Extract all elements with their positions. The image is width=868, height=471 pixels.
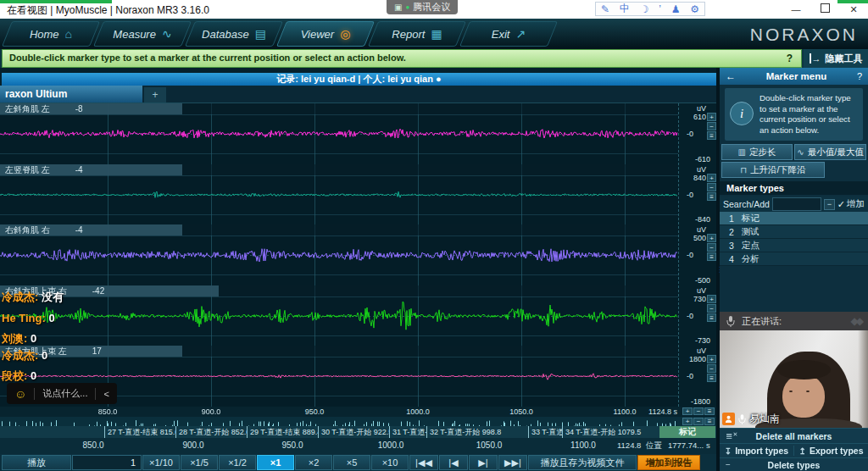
speed-button[interactable]: ×1/2 — [219, 455, 256, 470]
tab-measure[interactable]: Measure∿ — [98, 21, 186, 47]
tab-exit[interactable]: Exit↗ — [465, 21, 553, 47]
back-icon[interactable]: ← — [726, 70, 736, 82]
ime-pen-icon[interactable]: ✎ — [601, 3, 609, 15]
zoom-out-button[interactable]: − — [707, 122, 716, 130]
delete-all-markers-button[interactable]: ≣✕ Delete all markers — [720, 428, 868, 443]
participant-name: 易灿南 — [749, 412, 780, 426]
hide-tools-button[interactable]: → 隐藏工具 — [804, 49, 868, 68]
minimize-button[interactable]: — — [782, 0, 810, 19]
webcam-video[interactable]: 易灿南 — [720, 330, 868, 428]
speed-button-active[interactable]: ×1 — [257, 455, 294, 470]
marker-label[interactable]: 34 T-直道-开始 1079.5 — [562, 426, 657, 438]
edges-button[interactable]: ⊓ 上升沿/下降沿 — [721, 162, 825, 178]
marker-tick-strip[interactable]: +−≡ — [0, 417, 716, 426]
marker-label[interactable]: 30 T-直道-开始 922.5 — [318, 426, 389, 438]
marker-type-item[interactable]: 3定点 — [720, 239, 868, 252]
ime-language-icon[interactable]: 中 — [620, 2, 630, 16]
time-zoom-buttons: +−≡ — [682, 407, 715, 415]
min-max-icon: ∿ — [797, 147, 804, 157]
step-back-button[interactable]: |◀ — [439, 455, 468, 470]
tencent-meeting-pill[interactable]: ▣ ● 腾讯会议 — [387, 0, 458, 14]
delete-types-button[interactable]: − Delete types — [720, 457, 868, 471]
zoom-out-button[interactable]: − — [707, 304, 716, 313]
scale-column: uV610-0-610 +−≡ uV840-0-840 +−≡ uV500-0-… — [678, 103, 716, 407]
scale-menu-button[interactable]: ≡ — [707, 192, 716, 201]
marker-label[interactable]: 27 T-直道-结束 815.6 — [104, 426, 175, 438]
zoom-out-button[interactable]: − — [693, 407, 704, 415]
ime-moon-icon[interactable]: ☽ — [640, 3, 649, 15]
speed-button[interactable]: ×1/10 — [142, 455, 180, 470]
channel-header[interactable]: 右斜角肌 右-4 — [0, 224, 182, 236]
zoom-in-button[interactable]: + — [707, 234, 716, 242]
ime-punctuation-icon[interactable]: ’ — [659, 3, 661, 15]
zoom-out-button[interactable]: − — [693, 418, 704, 425]
step-forward-button[interactable]: ▶| — [469, 455, 498, 470]
emg-waveforms-canvas[interactable] — [0, 103, 678, 407]
play-count-input[interactable]: 1 — [72, 455, 142, 470]
add-to-report-button[interactable]: 增加到报告 — [637, 455, 700, 470]
zoom-in-button[interactable]: + — [707, 355, 716, 363]
marker-menu-title: Marker menu — [736, 71, 857, 81]
strip-menu-button[interactable]: ≡ — [704, 418, 715, 425]
zoom-in-button[interactable]: + — [682, 418, 693, 425]
scale-menu-button[interactable]: ≡ — [707, 313, 716, 322]
speed-button[interactable]: ×1/5 — [181, 455, 218, 470]
zoom-out-button[interactable]: − — [707, 183, 716, 191]
save-video-button[interactable]: 播放且存为视频文件 — [528, 455, 637, 470]
zoom-in-button[interactable]: + — [682, 407, 693, 415]
tab-report[interactable]: Report▦ — [373, 21, 461, 47]
skip-start-button[interactable]: |◀◀ — [409, 455, 438, 470]
help-icon[interactable]: ? — [857, 71, 862, 81]
marker-type-list: 1标记 2测试 3定点 4分析 — [720, 212, 868, 266]
scale-menu-button[interactable]: ≡ — [707, 131, 716, 140]
meeting-chat-input-bar[interactable]: ☺ 说点什么... < — [7, 383, 117, 404]
play-button[interactable]: 播放 — [2, 455, 71, 470]
marker-type-item[interactable]: 4分析 — [720, 252, 868, 266]
fixed-step-button[interactable]: ▥ 定步长 — [721, 144, 793, 160]
zoom-out-button[interactable]: − — [707, 243, 716, 252]
channel-header[interactable]: 左竖脊肌 左-4 — [0, 164, 182, 175]
marker-label[interactable]: 29 T-直道-结束 889.4 — [247, 426, 318, 438]
export-types-button[interactable]: ↥Export types — [793, 446, 868, 456]
add-type-button[interactable]: ✓增加 — [837, 198, 865, 210]
speed-button[interactable]: ×10 — [371, 455, 409, 470]
marker-label[interactable]: 31 T-直道-... — [389, 426, 426, 438]
import-types-button[interactable]: ↧Import types — [720, 446, 793, 456]
add-device-tab-button[interactable]: + — [144, 87, 166, 103]
zoom-out-button[interactable]: − — [707, 364, 716, 373]
marker-type-tag-button[interactable]: 标记 — [659, 426, 715, 438]
channel-header[interactable]: 左斜角肌 左-8 — [0, 103, 182, 114]
axis-menu-button[interactable]: ≡ — [704, 407, 715, 415]
marker-type-item[interactable]: 2测试 — [720, 225, 868, 239]
min-max-button[interactable]: ∿ 最小值/最大值 — [794, 144, 866, 160]
search-add-input[interactable] — [772, 197, 821, 211]
maximize-button[interactable] — [810, 0, 839, 19]
skip-end-button[interactable]: ▶▶| — [498, 455, 527, 470]
marker-label[interactable]: 28 T-直道-开始 852.6 — [175, 426, 247, 438]
help-icon[interactable]: ? — [787, 51, 793, 67]
scale-menu-button[interactable]: ≡ — [707, 374, 716, 382]
remove-type-button[interactable]: − — [824, 199, 835, 210]
overview-axis[interactable]: 850.0 900.0 950.0 1000.0 1050.0 1100.0 1… — [0, 438, 716, 454]
device-tab-noraxon-ultium[interactable]: raxon Ultium — [0, 86, 142, 103]
speed-button[interactable]: ×2 — [295, 455, 332, 470]
tab-viewer[interactable]: Viewer◎ — [281, 21, 370, 47]
marker-info-box: i Double-click marker type to set a mark… — [725, 88, 863, 141]
tab-database[interactable]: Database▤ — [190, 21, 278, 47]
speed-button[interactable]: ×5 — [333, 455, 370, 470]
close-button[interactable]: ✕ — [839, 0, 868, 19]
marker-type-item[interactable]: 1标记 — [720, 212, 868, 225]
chat-collapse-button[interactable]: < — [103, 389, 108, 399]
chat-input-placeholder[interactable]: 说点什么... — [42, 387, 87, 400]
zoom-in-button[interactable]: + — [707, 174, 716, 182]
marker-label[interactable]: 32 T-直道-开始 998.8 — [426, 426, 528, 438]
zoom-in-button[interactable]: + — [707, 113, 716, 121]
overview-end-label: 1124.8 — [617, 441, 641, 450]
zoom-in-button[interactable]: + — [707, 295, 716, 303]
emoji-icon[interactable]: ☺ — [14, 387, 26, 401]
tab-home[interactable]: Home⌂ — [7, 21, 95, 47]
ime-user-icon[interactable]: ♟ — [671, 3, 681, 15]
ime-gear-icon[interactable]: ⚙ — [690, 3, 699, 15]
scale-menu-button[interactable]: ≡ — [707, 252, 716, 261]
marker-label[interactable]: 33 T-直道-... — [528, 426, 562, 438]
